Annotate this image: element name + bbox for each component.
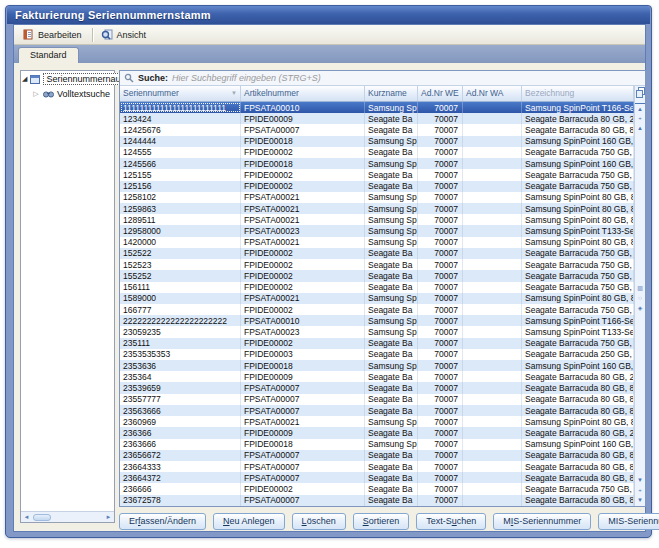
table-row[interactable]: 155252FPIDE00002Seagate Ba70007Seagate B… <box>120 270 634 281</box>
table-cell[interactable]: Samsung Sp <box>365 225 418 236</box>
table-cell[interactable]: Seagate Barracuda 250 GB, 8 MB, 7200 <box>522 349 634 360</box>
table-cell[interactable]: 23557777 <box>120 394 241 405</box>
table-cell[interactable]: FPIDE00002 <box>241 282 365 293</box>
table-cell[interactable] <box>463 214 522 225</box>
table-cell[interactable] <box>463 439 522 450</box>
table-row[interactable]: 23672578FPSATA00007Seagate Ba70007Seagat… <box>120 495 634 506</box>
table-cell[interactable]: Samsung Sp <box>365 293 418 304</box>
table-cell[interactable]: Seagate Barracuda 80 GB, 2 MB, 7200 <box>522 371 634 382</box>
table-cell[interactable]: Seagate Ba <box>365 113 418 124</box>
column-header-artikelnummer[interactable]: Artikelnummer <box>241 86 365 101</box>
table-cell[interactable]: 70007 <box>418 461 463 472</box>
table-cell[interactable]: 23672578 <box>120 495 241 506</box>
table-cell[interactable]: 1258102 <box>120 192 241 203</box>
table-cell[interactable]: Seagate Ba <box>365 371 418 382</box>
table-cell[interactable]: 23656672 <box>120 450 241 461</box>
table-cell[interactable]: Samsung SpinPoint 160 GB, 8 MB, 7200 <box>522 360 634 371</box>
table-cell[interactable]: 70007 <box>418 382 463 393</box>
table-cell[interactable]: Samsung Sp <box>365 416 418 427</box>
table-cell[interactable]: Seagate Ba <box>365 124 418 135</box>
table-cell[interactable]: 70007 <box>418 124 463 135</box>
table-cell[interactable]: FPSATA00010 <box>241 102 365 113</box>
table-cell[interactable]: Samsung Sp <box>365 136 418 147</box>
table-cell[interactable]: 70007 <box>418 282 463 293</box>
table-cell[interactable]: Seagate Barracuda 80 GB, 2 MB, 7200 <box>522 113 634 124</box>
row-insert-up-button[interactable]: + <box>635 113 645 123</box>
table-cell[interactable] <box>463 450 522 461</box>
table-cell[interactable]: Samsung SpinPoint 80 GB, 8 MB, 7200, S- <box>522 214 634 225</box>
table-cell[interactable]: 156111 <box>120 282 241 293</box>
table-cell[interactable]: 70007 <box>418 214 463 225</box>
table-cell[interactable] <box>463 270 522 281</box>
table-row[interactable]: 236366FPIDE00009Seagate Ba70007Seagate B… <box>120 427 634 438</box>
column-header-ad-nr-we[interactable]: Ad.Nr WE <box>418 86 463 101</box>
table-cell[interactable] <box>463 225 522 236</box>
table-cell[interactable] <box>463 237 522 248</box>
table-cell[interactable]: 70007 <box>418 326 463 337</box>
table-cell[interactable]: Seagate Ba <box>365 382 418 393</box>
table-cell[interactable]: 2360969 <box>120 416 241 427</box>
tree-horizontal-scrollbar[interactable]: ◄ ► <box>21 511 114 522</box>
table-cell[interactable]: FPIDE00009 <box>241 371 365 382</box>
column-header-bezeichnung[interactable]: Bezeichnung <box>522 86 634 101</box>
table-cell[interactable]: Samsung SpinPoint 80 GB, 8 MB, 7200, S- <box>522 416 634 427</box>
table-row[interactable]: 166777FPIDE00002Seagate Ba70007Seagate B… <box>120 304 634 315</box>
table-row[interactable]: 125155FPIDE00002Seagate Ba70007Seagate B… <box>120 169 634 180</box>
table-cell[interactable]: FPIDE00002 <box>241 248 365 259</box>
tree-item-volltextsuche[interactable]: ▷ Volltextsuche <box>21 87 114 101</box>
tree-collapsed-icon[interactable]: ▷ <box>32 90 40 98</box>
table-cell[interactable]: FPSATA00021 <box>241 293 365 304</box>
grid-columns-icon[interactable]: ▥ <box>635 283 645 293</box>
table-cell[interactable]: Samsung SpinPoint 160 GB, 8 MB, 7200 <box>522 439 634 450</box>
table-cell[interactable]: FPIDE00002 <box>241 169 365 180</box>
table-cell[interactable] <box>463 326 522 337</box>
table-cell[interactable]: 70007 <box>418 113 463 124</box>
table-cell[interactable]: Samsung SpinPoint T133-Serie 400 GB, 72 <box>522 326 634 337</box>
table-cell[interactable] <box>463 315 522 326</box>
table-cell[interactable]: Seagate Ba <box>365 394 418 405</box>
table-cell[interactable]: FPSATA00023 <box>241 326 365 337</box>
table-cell[interactable]: FPSATA00010 <box>241 315 365 326</box>
table-cell[interactable] <box>463 495 522 506</box>
table-cell[interactable]: Seagate Barracuda 750 GB, 16 MB, 7200 <box>522 248 634 259</box>
table-row[interactable]: 235111FPIDE00002Seagate Ba70007Seagate B… <box>120 338 634 349</box>
table-row[interactable]: 1111111111111111111111111FPSATA00010Sams… <box>120 102 634 113</box>
table-cell[interactable]: Samsung SpinPoint T133-Serie 400 GB, 72 <box>522 225 634 236</box>
table-cell[interactable]: FPSATA00007 <box>241 495 365 506</box>
table-cell[interactable]: Samsung Sp <box>365 326 418 337</box>
table-cell[interactable]: 2363666 <box>120 439 241 450</box>
table-cell[interactable]: Seagate Barracuda 80 GB, 8 MB, 7200, NC <box>522 461 634 472</box>
table-cell[interactable]: FPSATA00007 <box>241 394 365 405</box>
column-header-ad-nr-wa[interactable]: Ad.Nr WA <box>463 86 522 101</box>
table-cell[interactable]: 1289511 <box>120 214 241 225</box>
table-row[interactable]: 152523FPIDE00002Seagate Ba70007Seagate B… <box>120 259 634 270</box>
table-cell[interactable]: Seagate Ba <box>365 282 418 293</box>
table-cell[interactable]: FPIDE00018 <box>241 439 365 450</box>
table-cell[interactable]: 235111 <box>120 338 241 349</box>
table-cell[interactable]: FPIDE00002 <box>241 338 365 349</box>
table-cell[interactable]: Seagate Ba <box>365 270 418 281</box>
table-cell[interactable]: Seagate Ba <box>365 495 418 506</box>
table-cell[interactable]: FPSATA00007 <box>241 461 365 472</box>
table-cell[interactable]: 1259863 <box>120 203 241 214</box>
table-cell[interactable]: FPSATA00007 <box>241 472 365 483</box>
table-row[interactable]: 23664372FPSATA00007Seagate Ba70007Seagat… <box>120 472 634 483</box>
table-cell[interactable]: Seagate Ba <box>365 450 418 461</box>
scrollbar-thumb[interactable] <box>33 514 51 521</box>
table-cell[interactable]: Samsung SpinPoint 80 GB, 8 MB, 7200, S- <box>522 237 634 248</box>
table-cell[interactable] <box>463 416 522 427</box>
column-chooser-icon[interactable] <box>636 87 645 100</box>
table-cell[interactable]: FPIDE00002 <box>241 181 365 192</box>
table-row[interactable]: 156111FPIDE00002Seagate Ba70007Seagate B… <box>120 282 634 293</box>
table-cell[interactable]: 70007 <box>418 416 463 427</box>
table-cell[interactable]: FPSATA00007 <box>241 124 365 135</box>
search-input[interactable]: Hier Suchbegriff eingeben (STRG+S) <box>172 73 321 83</box>
table-cell[interactable]: FPIDE00002 <box>241 259 365 270</box>
table-cell[interactable]: 70007 <box>418 472 463 483</box>
table-cell[interactable]: Seagate Barracuda 80 GB, 8 MB, 7200, NC <box>522 450 634 461</box>
table-cell[interactable]: 70007 <box>418 225 463 236</box>
table-cell[interactable]: 70007 <box>418 405 463 416</box>
table-cell[interactable]: Seagate Ba <box>365 461 418 472</box>
table-cell[interactable]: 155252 <box>120 270 241 281</box>
view-menu-button[interactable]: Ansicht <box>96 27 154 42</box>
